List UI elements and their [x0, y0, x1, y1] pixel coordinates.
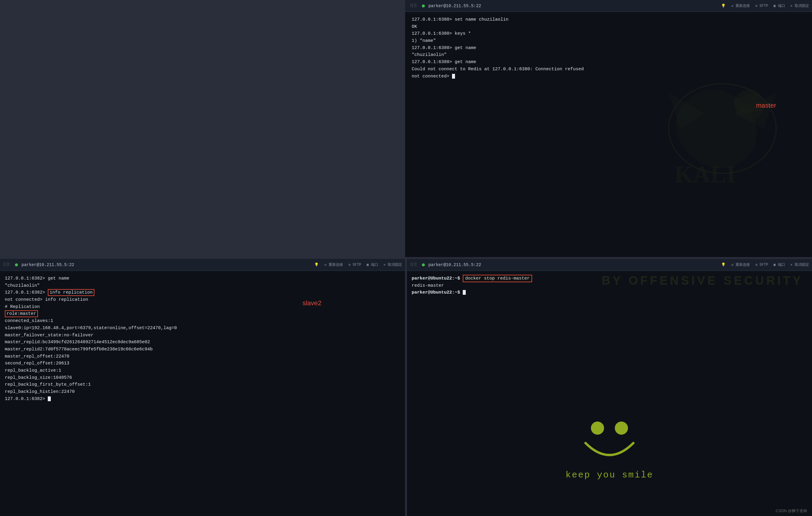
terminal-content-bl: 127.0.0.1:6382> get name "chuzilaolin" 1… — [0, 271, 405, 516]
status-dot-br — [422, 263, 425, 266]
label-slave2: slave2 — [302, 299, 321, 307]
smile-text: keep you smile — [566, 470, 654, 480]
tab-title-bl: parker@10.211.55.5:22 — [22, 263, 74, 267]
reconnect-br[interactable]: ↺ 重新连接 — [731, 262, 750, 267]
terminal-text-br: parker@Ubuntu22:~$ docker stop redis-mas… — [412, 275, 807, 296]
tab-title-tr: parker@10.211.55.5:22 — [428, 4, 481, 8]
smiley-container: keep you smile — [566, 419, 654, 480]
terminal-pane-bottom-right: ⠿⠿ parker@10.211.55.5:22 💡 ↺ 重新连接 ⇅ SFTP… — [407, 259, 812, 516]
terminal-content-tr: 127.0.0.1:6380> set name chuzilaolin OK … — [407, 12, 812, 257]
tab-title-br: parker@10.211.55.5:22 — [428, 263, 481, 267]
smiley-svg — [580, 419, 639, 461]
svg-point-4 — [615, 422, 628, 435]
reconnect-tr[interactable]: ↺ 重新连接 — [731, 3, 750, 8]
csdn-watermark: CSDN @狮子老林 — [776, 508, 807, 514]
sftp-bl[interactable]: ⇅ SFTP — [348, 263, 361, 267]
port-br[interactable]: ▣ 端口 — [774, 262, 785, 267]
svg-point-3 — [591, 422, 604, 435]
vertical-splitter[interactable] — [0, 0, 405, 257]
tab-bar-bottom-right: ⠿⠿ parker@10.211.55.5:22 💡 ↺ 重新连接 ⇅ SFTP… — [407, 259, 812, 271]
terminal-pane-top-right: KALI ⠿⠿ parker@10.211.55.5:22 💡 ↺ 重新连接 ⇅… — [407, 0, 812, 257]
port-bl[interactable]: ▣ 端口 — [367, 262, 378, 267]
tab-bar-bottom-left: ⠿⠿ parker@10.211.55.5:22 💡 ↺ 重新连接 ⇅ SFTP… — [0, 259, 405, 271]
tab-actions-tr: 💡 ↺ 重新连接 ⇅ SFTP ▣ 端口 ✕ 取消固定 — [721, 3, 809, 8]
sftp-br[interactable]: ⇅ SFTP — [755, 263, 768, 267]
tab-actions-br: 💡 ↺ 重新连接 ⇅ SFTP ▣ 端口 ✕ 取消固定 — [721, 262, 809, 267]
status-dot-bl — [15, 263, 18, 266]
drag-handle-bl: ⠿⠿ — [3, 262, 10, 268]
sftp-tr[interactable]: ⇅ SFTP — [755, 4, 768, 8]
tab-actions-bl: 💡 ↺ 重新连接 ⇅ SFTP ▣ 端口 ✕ 取消固定 — [314, 262, 402, 267]
reconnect-bl[interactable]: ↺ 重新连接 — [324, 262, 343, 267]
terminal-text-tr: 127.0.0.1:6380> set name chuzilaolin OK … — [412, 16, 807, 80]
unpin-br[interactable]: ✕ 取消固定 — [790, 262, 809, 267]
terminal-pane-bottom-left: ⠿⠿ parker@10.211.55.5:22 💡 ↺ 重新连接 ⇅ SFTP… — [0, 259, 405, 516]
terminal-content-br: BY OFFENSIVE SECURITY parker@Ubuntu22:~$… — [407, 271, 812, 516]
drag-handle-tr: ⠿⠿ — [410, 3, 417, 9]
terminal-text-bl: 127.0.0.1:6382> get name "chuzilaolin" 1… — [5, 275, 400, 402]
port-tr[interactable]: ▣ 端口 — [774, 3, 785, 8]
unpin-bl[interactable]: ✕ 取消固定 — [384, 262, 402, 267]
label-master: master — [756, 102, 776, 109]
unpin-tr[interactable]: ✕ 取消固定 — [790, 3, 809, 8]
tab-bar-top-right: ⠿⠿ parker@10.211.55.5:22 💡 ↺ 重新连接 ⇅ SFTP… — [407, 0, 812, 12]
drag-handle-br: ⠿⠿ — [410, 262, 417, 268]
status-dot-tr — [422, 4, 425, 7]
